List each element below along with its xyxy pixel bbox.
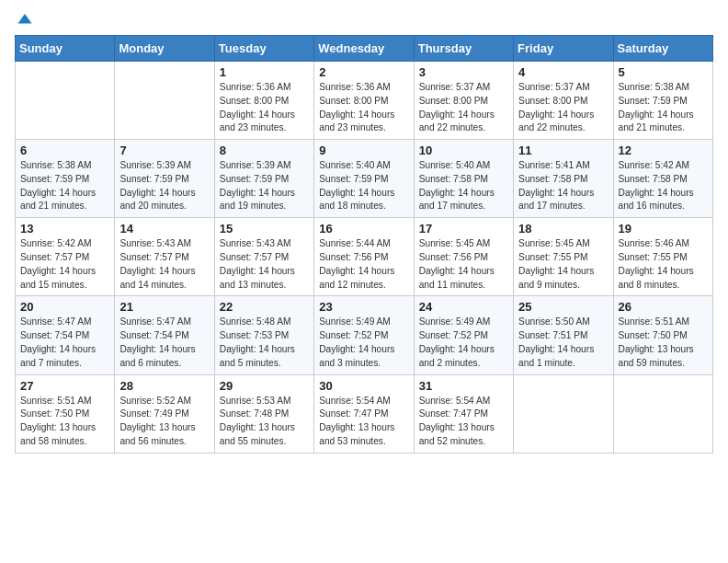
calendar-cell: 25Sunrise: 5:50 AM Sunset: 7:51 PM Dayli… [514,296,613,374]
col-header-saturday: Saturday [613,36,712,62]
calendar-cell: 14Sunrise: 5:43 AM Sunset: 7:57 PM Dayli… [115,218,214,296]
calendar-cell: 20Sunrise: 5:47 AM Sunset: 7:54 PM Dayli… [16,296,115,374]
day-info: Sunrise: 5:51 AM Sunset: 7:50 PM Dayligh… [20,395,109,449]
calendar-cell: 15Sunrise: 5:43 AM Sunset: 7:57 PM Dayli… [214,218,313,296]
calendar-cell: 17Sunrise: 5:45 AM Sunset: 7:56 PM Dayli… [414,218,513,296]
day-info: Sunrise: 5:50 AM Sunset: 7:51 PM Dayligh… [518,316,608,370]
col-header-thursday: Thursday [414,36,513,62]
day-number: 29 [220,379,309,393]
calendar-week-2: 6Sunrise: 5:38 AM Sunset: 7:59 PM Daylig… [16,140,713,218]
day-number: 18 [518,222,608,236]
logo-icon [17,11,33,28]
calendar-cell: 3Sunrise: 5:37 AM Sunset: 8:00 PM Daylig… [414,62,513,140]
day-info: Sunrise: 5:39 AM Sunset: 7:59 PM Dayligh… [119,159,209,213]
calendar-cell: 1Sunrise: 5:36 AM Sunset: 8:00 PM Daylig… [214,62,313,140]
day-info: Sunrise: 5:43 AM Sunset: 7:57 PM Dayligh… [220,237,309,292]
day-number: 13 [20,222,109,236]
day-info: Sunrise: 5:49 AM Sunset: 7:52 PM Dayligh… [319,316,408,370]
calendar-cell: 16Sunrise: 5:44 AM Sunset: 7:56 PM Dayli… [314,218,414,296]
calendar-cell: 19Sunrise: 5:46 AM Sunset: 7:55 PM Dayli… [613,218,712,296]
calendar-cell: 23Sunrise: 5:49 AM Sunset: 7:52 PM Dayli… [314,296,414,374]
calendar-cell: 10Sunrise: 5:40 AM Sunset: 7:58 PM Dayli… [414,140,513,218]
day-number: 25 [518,300,608,314]
calendar-cell: 26Sunrise: 5:51 AM Sunset: 7:50 PM Dayli… [613,296,712,374]
day-info: Sunrise: 5:40 AM Sunset: 7:59 PM Dayligh… [319,159,408,213]
calendar-cell [16,62,115,140]
day-info: Sunrise: 5:45 AM Sunset: 7:56 PM Dayligh… [419,237,508,292]
calendar-table: SundayMondayTuesdayWednesdayThursdayFrid… [15,35,713,454]
day-info: Sunrise: 5:45 AM Sunset: 7:55 PM Dayligh… [518,237,608,292]
calendar-cell: 9Sunrise: 5:40 AM Sunset: 7:59 PM Daylig… [314,140,414,218]
day-info: Sunrise: 5:37 AM Sunset: 8:00 PM Dayligh… [419,81,508,135]
day-number: 8 [220,144,309,157]
calendar-cell: 21Sunrise: 5:47 AM Sunset: 7:54 PM Dayli… [115,296,214,374]
calendar-cell: 7Sunrise: 5:39 AM Sunset: 7:59 PM Daylig… [115,140,214,218]
day-info: Sunrise: 5:42 AM Sunset: 7:58 PM Dayligh… [619,159,708,213]
logo [15,15,33,24]
day-number: 10 [419,144,508,157]
day-info: Sunrise: 5:38 AM Sunset: 7:59 PM Dayligh… [619,81,708,135]
day-number: 21 [119,300,209,314]
calendar-header-row: SundayMondayTuesdayWednesdayThursdayFrid… [16,36,713,62]
day-info: Sunrise: 5:47 AM Sunset: 7:54 PM Dayligh… [20,316,109,370]
calendar-cell [115,62,214,140]
calendar-week-1: 1Sunrise: 5:36 AM Sunset: 8:00 PM Daylig… [16,62,713,140]
day-number: 22 [220,300,309,314]
col-header-monday: Monday [115,36,214,62]
calendar-week-4: 20Sunrise: 5:47 AM Sunset: 7:54 PM Dayli… [16,296,713,374]
day-info: Sunrise: 5:41 AM Sunset: 7:58 PM Dayligh… [518,159,608,213]
day-info: Sunrise: 5:36 AM Sunset: 8:00 PM Dayligh… [220,81,309,135]
calendar-week-3: 13Sunrise: 5:42 AM Sunset: 7:57 PM Dayli… [16,218,713,296]
calendar-cell: 12Sunrise: 5:42 AM Sunset: 7:58 PM Dayli… [613,140,712,218]
day-number: 5 [619,65,708,79]
day-info: Sunrise: 5:39 AM Sunset: 7:59 PM Dayligh… [220,159,309,213]
day-number: 30 [319,379,408,393]
calendar-cell: 8Sunrise: 5:39 AM Sunset: 7:59 PM Daylig… [214,140,313,218]
day-number: 7 [119,144,209,157]
col-header-wednesday: Wednesday [314,36,414,62]
calendar-cell: 29Sunrise: 5:53 AM Sunset: 7:48 PM Dayli… [214,374,313,453]
day-info: Sunrise: 5:49 AM Sunset: 7:52 PM Dayligh… [419,316,508,370]
day-number: 4 [518,65,608,79]
col-header-friday: Friday [514,36,613,62]
day-number: 15 [220,222,309,236]
day-number: 23 [319,300,408,314]
calendar-cell: 22Sunrise: 5:48 AM Sunset: 7:53 PM Dayli… [214,296,313,374]
calendar-cell [613,374,712,453]
day-info: Sunrise: 5:44 AM Sunset: 7:56 PM Dayligh… [319,237,408,292]
calendar-cell: 31Sunrise: 5:54 AM Sunset: 7:47 PM Dayli… [414,374,513,453]
day-info: Sunrise: 5:42 AM Sunset: 7:57 PM Dayligh… [20,237,109,292]
day-number: 11 [518,144,608,157]
day-info: Sunrise: 5:53 AM Sunset: 7:48 PM Dayligh… [220,395,309,449]
calendar-cell: 2Sunrise: 5:36 AM Sunset: 8:00 PM Daylig… [314,62,414,140]
day-number: 3 [419,65,508,79]
day-number: 28 [119,379,209,393]
calendar-cell: 6Sunrise: 5:38 AM Sunset: 7:59 PM Daylig… [16,140,115,218]
day-info: Sunrise: 5:37 AM Sunset: 8:00 PM Dayligh… [518,81,608,135]
day-number: 24 [419,300,508,314]
calendar-cell: 24Sunrise: 5:49 AM Sunset: 7:52 PM Dayli… [414,296,513,374]
calendar-cell: 5Sunrise: 5:38 AM Sunset: 7:59 PM Daylig… [613,62,712,140]
calendar-week-5: 27Sunrise: 5:51 AM Sunset: 7:50 PM Dayli… [16,374,713,453]
day-number: 26 [619,300,708,314]
calendar-cell [514,374,613,453]
day-number: 2 [319,65,408,79]
day-info: Sunrise: 5:48 AM Sunset: 7:53 PM Dayligh… [220,316,309,370]
day-info: Sunrise: 5:54 AM Sunset: 7:47 PM Dayligh… [419,395,508,449]
day-info: Sunrise: 5:40 AM Sunset: 7:58 PM Dayligh… [419,159,508,213]
day-number: 27 [20,379,109,393]
calendar-cell: 18Sunrise: 5:45 AM Sunset: 7:55 PM Dayli… [514,218,613,296]
day-number: 6 [20,144,109,157]
col-header-tuesday: Tuesday [214,36,313,62]
day-number: 19 [619,222,708,236]
day-number: 9 [319,144,408,157]
calendar-cell: 4Sunrise: 5:37 AM Sunset: 8:00 PM Daylig… [514,62,613,140]
calendar-cell: 28Sunrise: 5:52 AM Sunset: 7:49 PM Dayli… [115,374,214,453]
calendar-cell: 30Sunrise: 5:54 AM Sunset: 7:47 PM Dayli… [314,374,414,453]
day-number: 1 [220,65,309,79]
svg-marker-0 [18,14,32,24]
day-info: Sunrise: 5:54 AM Sunset: 7:47 PM Dayligh… [319,395,408,449]
day-info: Sunrise: 5:52 AM Sunset: 7:49 PM Dayligh… [119,395,209,449]
day-info: Sunrise: 5:46 AM Sunset: 7:55 PM Dayligh… [619,237,708,292]
day-number: 12 [619,144,708,157]
